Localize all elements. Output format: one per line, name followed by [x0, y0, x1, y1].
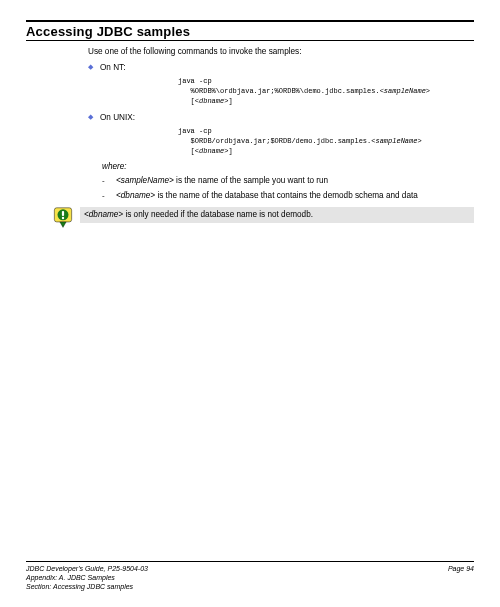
bullet-list: ◆ On NT: java -cp %ORDB%\ordbjava.jar;%O… — [88, 62, 474, 156]
diamond-icon: ◆ — [88, 62, 100, 72]
footer-rule — [26, 561, 474, 562]
note-text-wrap: <dbname> is only needed if the database … — [80, 207, 474, 223]
footer-doc-title: JDBC Developer's Guide, P25-9504-03 — [26, 564, 148, 573]
definition-dbname: - <dbname> is the name of the database t… — [102, 190, 474, 201]
bullet-item-nt: ◆ On NT: — [88, 62, 474, 73]
code-block-nt: java -cp %ORDB%\ordbjava.jar;%ORDB%\demo… — [178, 76, 474, 106]
page-footer: JDBC Developer's Guide, P25-9504-03 Appe… — [26, 561, 474, 591]
bullet-label-nt: On NT: — [100, 62, 125, 73]
section-heading: Accessing JDBC samples — [26, 24, 474, 39]
footer-appendix: Appendix: A. JDBC Samples — [26, 573, 148, 582]
note-text: <dbname> is only needed if the database … — [80, 207, 474, 223]
svg-point-3 — [62, 217, 64, 219]
code-block-unix: java -cp $ORDB/ordbjava.jar;$ORDB/demo.j… — [178, 126, 474, 156]
note-callout: <dbname> is only needed if the database … — [52, 207, 474, 229]
svg-rect-2 — [62, 211, 64, 216]
intro-text: Use one of the following commands to inv… — [88, 47, 474, 56]
bullet-label-unix: On UNIX: — [100, 112, 135, 123]
footer-section: Section: Accessing JDBC samples — [26, 582, 148, 591]
section-heading-wrap: Accessing JDBC samples — [26, 20, 474, 41]
diamond-icon: ◆ — [88, 112, 100, 122]
svg-marker-4 — [60, 222, 66, 228]
footer-row: JDBC Developer's Guide, P25-9504-03 Appe… — [26, 564, 474, 591]
bullet-item-unix: ◆ On UNIX: — [88, 112, 474, 123]
definition-text: <dbname> is the name of the database tha… — [116, 190, 418, 201]
warning-icon — [52, 207, 74, 229]
definition-samplename: - <sampleName> is the name of the sample… — [102, 175, 474, 186]
document-page: Accessing JDBC samples Use one of the fo… — [0, 0, 500, 607]
dash-icon: - — [102, 175, 116, 186]
footer-left: JDBC Developer's Guide, P25-9504-03 Appe… — [26, 564, 148, 591]
where-label: where: — [102, 162, 474, 171]
footer-page-number: Page 94 — [448, 564, 474, 573]
dash-icon: - — [102, 190, 116, 201]
definition-text: <sampleName> is the name of the sample y… — [116, 175, 328, 186]
